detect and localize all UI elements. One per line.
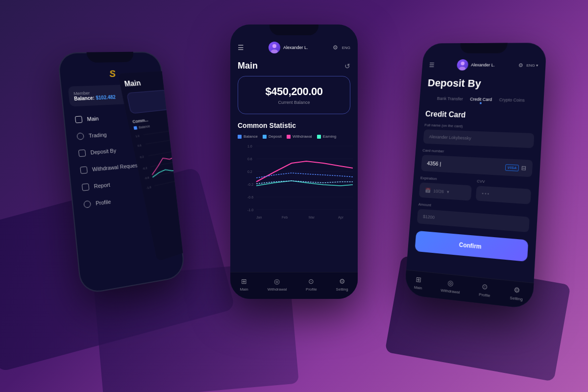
balance-legend-dot [134, 126, 138, 130]
scan-icon[interactable]: ⊟ [521, 165, 526, 172]
svg-text:0.6: 0.6 [247, 157, 252, 161]
balance-amount-display: $450,200.00 [247, 85, 341, 98]
nav-label-profile: Profile [96, 198, 111, 206]
svg-text:-0.3: -0.3 [142, 167, 147, 171]
svg-text:Apr: Apr [338, 216, 344, 220]
phone-left: S Member Balance: $102.482 Main Trading [57, 51, 186, 295]
right-header-user: Alexander L. [457, 59, 495, 71]
right-user-avatar [457, 59, 468, 71]
right-header-right: ⚙ ENG ▾ [518, 62, 539, 69]
common-statistic-title: Common Statistic [238, 122, 350, 129]
refresh-icon[interactable]: ↺ [344, 62, 350, 70]
svg-text:-1.0: -1.0 [146, 186, 151, 190]
svg-text:Mar: Mar [309, 216, 315, 219]
right-panel-card [126, 90, 171, 114]
svg-text:-1.0: -1.0 [247, 208, 253, 212]
file-icon [82, 183, 90, 191]
svg-text:1.0: 1.0 [247, 145, 252, 148]
visa-icon: VISA [505, 164, 519, 172]
svg-line-8 [148, 150, 180, 156]
nav-label-withdrawal: Withdrawal Request [92, 162, 140, 172]
balance-label: Current Balance [247, 100, 341, 105]
legend-dot-withdrawal [287, 135, 291, 139]
right-bottom-nav-main[interactable]: ⊞ Main [414, 275, 423, 290]
right-bottom-nav-setting[interactable]: ⚙ Setting [510, 285, 523, 302]
bottom-withdrawal-label: Withdrawal [268, 287, 287, 292]
chart-icon [76, 133, 84, 140]
svg-text:Feb: Feb [282, 216, 288, 219]
legend-text-deposit: Deposit [269, 134, 282, 139]
right-lang-selector[interactable]: ENG ▾ [526, 63, 538, 68]
settings-icon[interactable]: ⚙ [333, 44, 338, 51]
right-bottom-profile-label: Profile [479, 292, 490, 298]
bottom-nav-main[interactable]: ⊞ Main [240, 277, 248, 292]
svg-point-13 [271, 49, 278, 53]
language-selector[interactable]: ENG [342, 46, 350, 50]
svg-point-31 [459, 67, 466, 71]
bottom-profile-icon: ⊙ [308, 277, 314, 285]
bottom-main-label: Main [240, 287, 248, 292]
user-avatar [269, 42, 280, 53]
tab-crypto-coins[interactable]: Crypto Coins [499, 98, 525, 105]
legend-text-balance: Balance [244, 134, 258, 139]
expiration-input[interactable]: 📅 10/26 ▾ [419, 182, 472, 201]
common-statistic-section: Common Statistic Balance Deposit Withdra… [230, 122, 358, 223]
legend-dot-earning [317, 135, 321, 139]
right-settings-icon[interactable]: ⚙ [518, 62, 524, 69]
right-bottom-home-icon: ⊞ [416, 275, 422, 284]
balance-legend-text: Balance [139, 124, 150, 129]
bottom-profile-label: Profile [306, 287, 317, 292]
tab-credit-card[interactable]: Credit Card [470, 97, 492, 104]
svg-text:0.2: 0.2 [140, 155, 144, 159]
fullname-input[interactable]: Alexander Lokybessky [423, 129, 534, 148]
right-bottom-nav: ⊞ Main ◎ Withdrawal ⊙ Profile ⚙ Setting [404, 270, 534, 309]
right-user-name: Alexander L. [471, 63, 495, 68]
main-title-row: Main ↺ [230, 58, 358, 76]
main-chart-container: 1.0 0.6 0.2 -0.2 -0.6 -1.0 [238, 143, 350, 223]
phone-center: ☰ Alexander L. ⚙ ENG Main [230, 24, 358, 299]
svg-point-12 [272, 44, 276, 48]
mini-chart-container: 1.0 0.6 0.2 -0.3 -0.6 -1.0 [135, 128, 186, 193]
legend-text-earning: Earning [323, 134, 337, 139]
calendar-icon: 📅 [425, 188, 431, 194]
hamburger-icon[interactable]: ☰ [238, 44, 244, 51]
expiration-field-group: Expiration 📅 10/26 ▾ [419, 176, 472, 201]
bottom-nav-profile[interactable]: ⊙ Profile [306, 277, 317, 292]
deposit-by-title: Deposit By [420, 74, 545, 98]
right-panel-title: Main [123, 77, 166, 88]
right-bottom-setting-label: Setting [510, 295, 523, 302]
legend-deposit: Deposit [263, 134, 282, 139]
legend-balance: Balance [238, 134, 258, 139]
svg-line-11 [154, 179, 186, 186]
svg-text:0.2: 0.2 [247, 170, 252, 173]
balance-amount: $102.482 [96, 95, 116, 100]
cvv-input[interactable]: • • • [476, 186, 531, 204]
right-hamburger-icon[interactable]: ☰ [429, 61, 435, 68]
svg-text:-0.2: -0.2 [247, 183, 253, 186]
svg-text:1.0: 1.0 [135, 134, 140, 138]
tab-bank-transfer[interactable]: Bank Transfer [437, 96, 463, 103]
legend-withdrawal: Withdrawal [287, 134, 312, 139]
right-bottom-nav-withdrawal[interactable]: ◎ Withdrawal [441, 278, 461, 294]
legend-dot-deposit [263, 135, 267, 139]
phones-container: S Member Balance: $102.482 Main Trading [0, 0, 588, 392]
card-number-value: 4356 | [427, 160, 441, 167]
center-phone-header: ☰ Alexander L. ⚙ ENG [230, 39, 358, 58]
bottom-withdrawal-icon: ◎ [274, 277, 280, 285]
bottom-setting-label: Setting [336, 287, 348, 292]
card-icons: VISA ⊟ [505, 164, 526, 172]
right-bottom-withdrawal-icon: ◎ [447, 279, 454, 288]
legend-earning: Earning [317, 134, 337, 139]
nav-label-deposit: Deposit By [90, 147, 117, 155]
svg-line-6 [144, 130, 176, 135]
legend-text-withdrawal: Withdrawal [293, 134, 312, 139]
bottom-nav-setting[interactable]: ⚙ Setting [336, 277, 348, 292]
svg-text:-0.6: -0.6 [144, 176, 149, 180]
card-number-input[interactable]: 4356 | VISA ⊟ [421, 155, 533, 177]
bottom-nav-withdrawal[interactable]: ◎ Withdrawal [268, 277, 287, 292]
chart-legend: Balance Deposit Withdrawal Earning [238, 134, 350, 139]
header-right: ⚙ ENG [333, 44, 350, 51]
bottom-home-icon: ⊞ [241, 277, 247, 285]
nav-label-trading: Trading [89, 132, 107, 139]
right-bottom-nav-profile[interactable]: ⊙ Profile [479, 282, 491, 298]
